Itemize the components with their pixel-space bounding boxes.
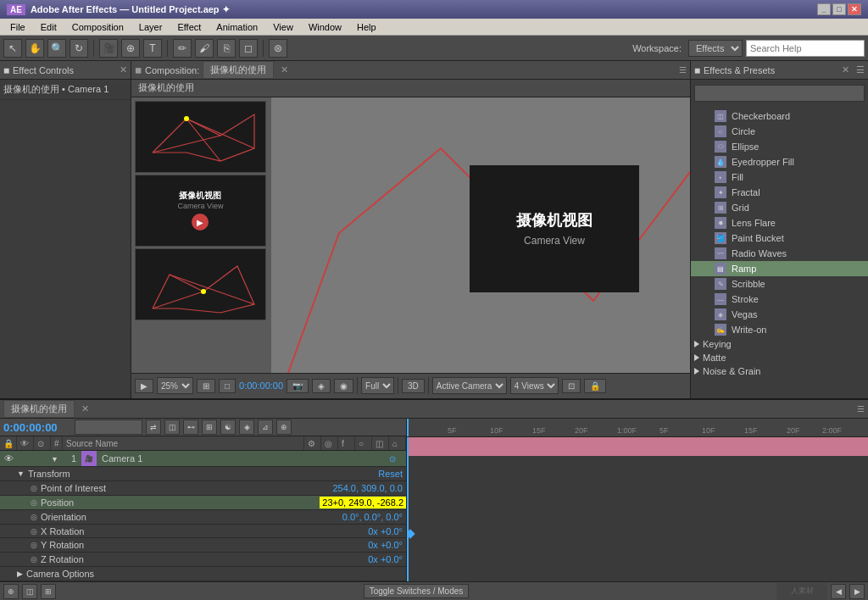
view-lock-btn[interactable]: 🔒 (584, 379, 606, 393)
panel-close-btn[interactable]: ✕ (120, 64, 127, 75)
menu-animation[interactable]: Animation (209, 20, 264, 34)
hand-tool[interactable]: ✋ (25, 39, 44, 58)
timeline-tab-close[interactable]: ✕ (81, 403, 89, 414)
camera-tool[interactable]: 🎥 (99, 39, 118, 58)
tl-scroll-right[interactable]: ▶ (849, 584, 865, 599)
timeline-tool-3[interactable]: ⊷ (183, 419, 198, 435)
menu-effect[interactable]: Effect (170, 20, 208, 34)
menu-help[interactable]: Help (350, 20, 383, 34)
puppet-tool[interactable]: ⊛ (269, 39, 287, 58)
xrot-keyframe-icon[interactable]: ◎ (31, 527, 37, 536)
view-select[interactable]: Active Camera (432, 377, 507, 394)
effect-item-eyedropper-fill[interactable]: 💧 Eyedropper Fill (691, 154, 868, 169)
timeline-tool-8[interactable]: ⊕ (276, 419, 292, 435)
eraser-tool[interactable]: ◻ (239, 39, 258, 58)
safe-btn[interactable]: □ (219, 379, 236, 393)
effect-item-fill[interactable]: ▪ Fill (691, 169, 868, 185)
comp-tab-close[interactable]: ✕ (281, 64, 288, 75)
zrot-keyframe-icon[interactable]: ◎ (31, 555, 37, 564)
yrot-keyframe-icon[interactable]: ◎ (31, 541, 37, 549)
select-tool[interactable]: ↖ (3, 39, 22, 58)
rotate-tool[interactable]: ↻ (70, 39, 88, 58)
zrot-value[interactable]: 0x +0.0° (364, 554, 406, 564)
layer-expand-icon[interactable]: ▼ (51, 455, 58, 464)
timeline-tool-5[interactable]: ☯ (220, 419, 236, 435)
comp-menu-btn[interactable]: ☰ (679, 65, 687, 75)
menu-edit[interactable]: Edit (34, 20, 64, 34)
timeline-tool-1[interactable]: ⇌ (146, 419, 161, 435)
transform-expand[interactable]: ▼ (17, 469, 25, 478)
brush-tool[interactable]: 🖌 (195, 39, 214, 58)
tl-bottom-btn-1[interactable]: ⊕ (3, 584, 19, 599)
layer-eye[interactable]: 👁 (0, 453, 17, 464)
effects-panel-close[interactable]: ✕ (842, 64, 849, 75)
yrot-value[interactable]: 0x +0.0° (364, 540, 406, 550)
text-tool[interactable]: T (143, 39, 162, 58)
close-button[interactable]: ✕ (848, 3, 861, 15)
timeline-tool-7[interactable]: ⊿ (258, 419, 273, 435)
layer-switch-1[interactable]: ⊙ (389, 454, 406, 464)
layer-transform-group[interactable]: ▼ Transform Reset (0, 467, 406, 481)
effect-item-scribble[interactable]: ✎ Scribble (691, 276, 868, 292)
timeline-tool-4[interactable]: ⊞ (202, 419, 217, 435)
thumb-3[interactable] (135, 248, 266, 320)
xrot-value[interactable]: 0x +0.0° (364, 526, 406, 536)
layout-select[interactable]: 4 Views (510, 377, 559, 394)
layer-expand[interactable]: ▼ (51, 453, 68, 464)
orientation-value[interactable]: 0.0°, 0.0°, 0.0° (339, 512, 406, 522)
zoom-select[interactable]: 25% (157, 377, 193, 394)
thumb-1[interactable] (135, 101, 266, 173)
tl-bottom-btn-3[interactable]: ⊞ (41, 584, 56, 599)
effect-item-ramp[interactable]: ▤ Ramp (691, 261, 868, 276)
main-viewer[interactable]: 摄像机视图 Camera View (271, 97, 690, 373)
orientation-keyframe-icon[interactable]: ◎ (31, 513, 37, 521)
transform-reset[interactable]: Reset (375, 469, 406, 479)
minimize-button[interactable]: _ (817, 3, 831, 15)
effect-item-radio-waves[interactable]: 〰 Radio Waves (691, 246, 868, 261)
layer-row-camera[interactable]: 👁 ▼ 1 🎥 Camera 1 ⊙ (0, 451, 406, 467)
effect-item-stroke[interactable]: — Stroke (691, 292, 868, 307)
clone-tool[interactable]: ⎘ (217, 39, 236, 58)
show-channel-btn[interactable]: ◈ (312, 379, 331, 393)
effect-item-fractal[interactable]: ✦ Fractal (691, 185, 868, 200)
poi-keyframe-icon[interactable]: ◎ (31, 484, 37, 492)
snapshot-btn[interactable]: 📷 (287, 379, 309, 393)
tl-scroll-left[interactable]: ◀ (831, 584, 846, 599)
3d-view-btn[interactable]: 3D (402, 379, 425, 393)
help-search-input[interactable] (746, 40, 865, 57)
timeline-search-input[interactable] (75, 419, 142, 435)
camera-track-bar[interactable] (407, 437, 868, 456)
fit-btn[interactable]: ⊞ (197, 379, 215, 393)
menu-view[interactable]: View (266, 20, 300, 34)
pen-tool[interactable]: ✏ (173, 39, 192, 58)
timeline-comp-tab[interactable]: 摄像机的使用 (3, 400, 75, 418)
zoom-tool[interactable]: 🔍 (47, 39, 66, 58)
effect-item-paint-bucket[interactable]: 🪣 Paint Bucket (691, 231, 868, 246)
effect-item-circle[interactable]: ○ Circle (691, 124, 868, 139)
timeline-menu-btn[interactable]: ☰ (857, 404, 865, 414)
effects-search-input[interactable] (694, 85, 865, 102)
menu-file[interactable]: File (3, 20, 32, 34)
menu-window[interactable]: Window (302, 20, 348, 34)
position-keyframe-icon[interactable]: ◎ (31, 498, 37, 507)
thumb-2[interactable]: 摄像机视图 Camera View ▶ (135, 175, 266, 247)
effects-group-noise[interactable]: Noise & Grain (691, 364, 868, 378)
toggle-switches-btn[interactable]: Toggle Switches / Modes (364, 584, 470, 598)
resolution-btn[interactable]: ◉ (334, 379, 353, 393)
comp-tab[interactable]: 摄像机的使用 (203, 61, 274, 79)
position-value[interactable]: 23+0, 249.0, -268.2 (320, 497, 406, 508)
timeline-tool-2[interactable]: ◫ (164, 419, 180, 435)
menu-composition[interactable]: Composition (65, 20, 131, 34)
effects-panel-menu[interactable]: ☰ (856, 64, 865, 75)
effect-item-lens-flare[interactable]: ✸ Lens Flare (691, 215, 868, 231)
maximize-button[interactable]: □ (832, 3, 846, 15)
tl-bottom-btn-2[interactable]: ◫ (22, 584, 37, 599)
effect-item-grid[interactable]: ⊞ Grid (691, 200, 868, 215)
view-options-btn[interactable]: ⊡ (562, 379, 581, 393)
orbit-tool[interactable]: ⊕ (121, 39, 140, 58)
effect-item-write-on[interactable]: ✍ Write-on (691, 322, 868, 337)
effects-group-matte[interactable]: Matte (691, 351, 868, 364)
timeline-tool-6[interactable]: ◈ (239, 419, 254, 435)
effects-group-keying[interactable]: Keying (691, 337, 868, 351)
poi-value[interactable]: 254.0, 309.0, 0.0 (329, 483, 406, 493)
